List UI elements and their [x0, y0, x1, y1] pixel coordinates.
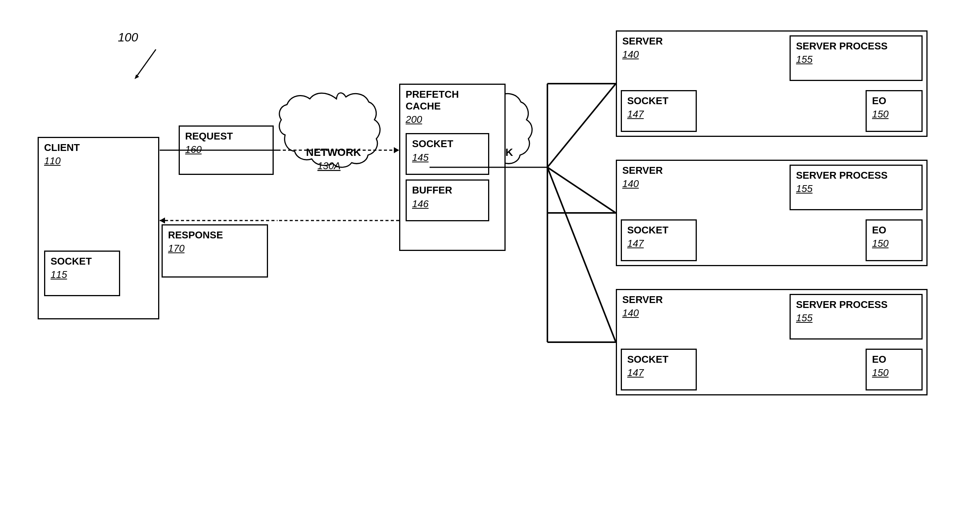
- server-3-socket-box: SOCKET 147: [621, 349, 697, 390]
- response-id: 170: [168, 243, 185, 255]
- server-1-box: SERVER 140 SOCKET 147 SERVER PROCESS 155…: [616, 30, 928, 137]
- server-3-box: SERVER 140 SOCKET 147 SERVER PROCESS 155…: [616, 289, 928, 395]
- cache-socket-title: SOCKET: [412, 138, 453, 150]
- client-title: CLIENT: [44, 142, 80, 154]
- cache-socket-box: SOCKET 145: [406, 133, 489, 175]
- svg-text:NETWORK: NETWORK: [306, 146, 361, 158]
- response-box: RESPONSE 170: [162, 224, 268, 277]
- server-3-title: SERVER: [622, 294, 663, 306]
- server-3-eo-box: EO 150: [865, 349, 923, 390]
- server-2-id: 140: [622, 178, 639, 190]
- server-1-title: SERVER: [622, 35, 663, 47]
- server-2-eo-box: EO 150: [865, 220, 923, 261]
- server-1-process-box: SERVER PROCESS 155: [789, 35, 923, 81]
- prefetch-cache-box: PREFETCH CACHE 200 SOCKET 145 BUFFER 146: [399, 84, 506, 251]
- svg-line-0: [137, 49, 156, 76]
- client-box: CLIENT 110 SOCKET 115: [38, 137, 159, 319]
- request-title: REQUEST: [185, 131, 233, 142]
- response-title: RESPONSE: [168, 229, 223, 241]
- svg-marker-1: [135, 75, 139, 79]
- svg-text:130A: 130A: [317, 160, 340, 172]
- svg-marker-12: [160, 218, 165, 224]
- cache-buffer-box: BUFFER 146: [406, 180, 489, 221]
- server-2-process-box: SERVER PROCESS 155: [789, 165, 923, 210]
- server-1-socket-box: SOCKET 147: [621, 90, 697, 132]
- cache-buffer-title: BUFFER: [412, 185, 452, 196]
- prefetch-id: 200: [406, 114, 422, 126]
- svg-line-16: [547, 167, 616, 342]
- cache-socket-id: 145: [412, 152, 428, 164]
- client-socket-title: SOCKET: [51, 256, 92, 267]
- svg-line-14: [547, 84, 616, 167]
- server-2-title: SERVER: [622, 165, 663, 177]
- prefetch-title-2: CACHE: [406, 100, 441, 112]
- server-3-process-box: SERVER PROCESS 155: [789, 294, 923, 339]
- cache-buffer-id: 146: [412, 198, 428, 210]
- ref-label: 100: [118, 30, 138, 45]
- request-box: REQUEST 160: [179, 126, 274, 175]
- client-socket-id: 115: [51, 269, 67, 280]
- client-socket-box: SOCKET 115: [44, 251, 120, 296]
- request-id: 160: [185, 144, 202, 156]
- diagram: 100 CLIENT 110 SOCKET 115 REQUEST 160 RE…: [0, 0, 980, 530]
- server-2-socket-box: SOCKET 147: [621, 220, 697, 261]
- server-3-id: 140: [622, 307, 639, 319]
- network-a-cloud: NETWORK 130A: [277, 88, 395, 270]
- server-1-eo-box: EO 150: [865, 90, 923, 132]
- prefetch-title-1: PREFETCH: [406, 89, 459, 100]
- server-2-box: SERVER 140 SOCKET 147 SERVER PROCESS 155…: [616, 160, 928, 266]
- client-id: 110: [44, 155, 60, 167]
- svg-line-15: [547, 167, 616, 213]
- server-1-id: 140: [622, 49, 639, 60]
